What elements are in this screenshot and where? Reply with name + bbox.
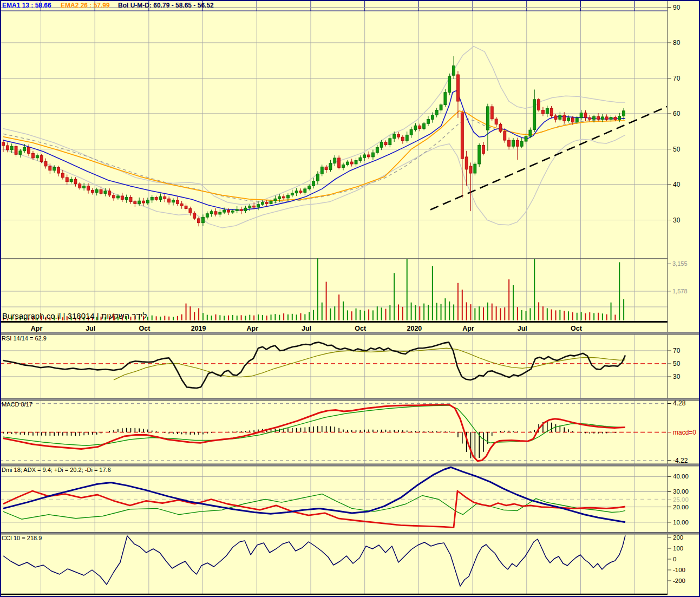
x-axis-label: 2019	[191, 325, 206, 332]
ema2-legend: EMA2 26 : 57.99	[61, 2, 110, 9]
x-axis-label: Oct	[355, 325, 367, 332]
chart-window: { "header": { "ema1_label": "EMA1 13 : 5…	[0, 0, 700, 597]
x-axis-label: 2020	[407, 325, 422, 332]
x-axis-label: Jul	[302, 325, 311, 332]
dmi-y-label: 25.00	[673, 496, 689, 503]
chart-canvas: 908070605040303,1551,5787050304.28macd=0…	[0, 0, 700, 597]
dmi-y-label: 10.00	[673, 519, 689, 526]
rsi-y-label: 70	[673, 347, 681, 355]
price-y-label: 30	[673, 217, 681, 224]
watermark-security-name: Bursagraph.co.il | 318014 | לידר השקעות	[2, 311, 147, 320]
ema1-legend: EMA1 13 : 58.66	[2, 2, 51, 9]
dmi-panel-title: Dmi 18; ADX = 9.4; +Di = 20.2; -Di = 17.…	[2, 467, 111, 473]
price-y-label: 90	[673, 4, 681, 11]
cci-y-label: 0	[673, 556, 676, 562]
dmi-y-label: 30.00	[673, 488, 689, 495]
x-axis-label: Jul	[518, 325, 527, 332]
macd-y-label: macd=0	[673, 429, 696, 436]
x-axis-label: Jul	[86, 325, 95, 332]
volume-y-label: 1,578	[672, 288, 688, 294]
x-axis-label: Apr	[31, 325, 43, 332]
cci-y-label: 200	[673, 534, 683, 541]
cci-y-label: -100	[673, 567, 685, 573]
volume-y-label: 3,155	[672, 260, 688, 267]
macd-y-label: 4.28	[673, 399, 686, 407]
dmi-y-label: 40.00	[673, 473, 689, 480]
price-y-label: 50	[673, 146, 681, 153]
macd-panel-title: MACD 8/17	[2, 401, 32, 408]
rsi-panel-title: RSI 14/14 = 62.9	[2, 335, 47, 342]
cci-y-label: -200	[673, 578, 685, 584]
rsi-y-label: 30	[673, 373, 681, 380]
price-y-label: 40	[673, 181, 681, 188]
price-y-label: 60	[673, 110, 681, 117]
panel-separator	[0, 332, 700, 335]
cci-y-label: 100	[673, 545, 683, 552]
dmi-y-label: 20.00	[673, 504, 689, 510]
panel-separator	[0, 464, 700, 466]
panel-separator	[0, 398, 700, 401]
cci-panel-title: CCI 10 = 218.9	[2, 535, 42, 541]
x-axis-label: Oct	[571, 325, 583, 332]
price-y-label: 70	[673, 75, 681, 82]
bollinger-legend: Bol U-M-D: 60.79 - 58.65 - 56.52	[118, 2, 214, 9]
x-axis-label: Apr	[462, 325, 474, 332]
rsi-y-label: 50	[673, 360, 681, 368]
x-axis-label: Oct	[139, 325, 151, 332]
price-y-label: 80	[673, 39, 681, 47]
x-axis-label: Apr	[247, 325, 259, 332]
panel-separator	[0, 533, 700, 535]
macd-y-label: -4.22	[673, 457, 688, 464]
